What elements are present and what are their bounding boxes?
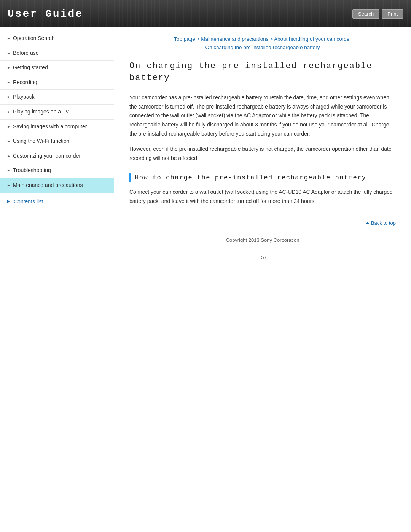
arrow-icon: ► <box>7 109 11 115</box>
app-title: User Guide <box>8 8 83 20</box>
back-to-top-label: Back to top <box>371 220 396 226</box>
breadcrumb-line2: On charging the pre-installed rechargeab… <box>206 45 320 50</box>
arrow-icon: ► <box>7 36 11 41</box>
sidebar: ► Operation Search ► Before use ► Gettin… <box>0 27 114 532</box>
sidebar-item-playback[interactable]: ► Playback <box>0 90 114 105</box>
search-button[interactable]: Search <box>352 9 379 19</box>
breadcrumb-sep1: > <box>197 36 201 42</box>
sidebar-item-label: Maintenance and precautions <box>13 182 109 189</box>
breadcrumb: Top page > Maintenance and precautions >… <box>129 35 396 51</box>
content-area: Top page > Maintenance and precautions >… <box>114 27 411 532</box>
sidebar-item-operation-search[interactable]: ► Operation Search <box>0 31 114 46</box>
sidebar-item-playing-images-tv[interactable]: ► Playing images on a TV <box>0 105 114 120</box>
sidebar-item-troubleshooting[interactable]: ► Troubleshooting <box>0 163 114 178</box>
arrow-up-icon <box>366 222 370 224</box>
sidebar-item-before-use[interactable]: ► Before use <box>0 46 114 61</box>
page-title: On charging the pre-installed rechargeab… <box>129 61 396 84</box>
sidebar-item-recording[interactable]: ► Recording <box>0 75 114 90</box>
arrow-icon: ► <box>7 51 11 56</box>
sidebar-item-label: Using the Wi-Fi function <box>13 137 109 145</box>
arrow-icon: ► <box>7 153 11 159</box>
header-actions: Search Print <box>352 9 403 19</box>
back-to-top-link[interactable]: Back to top <box>366 220 396 226</box>
section-paragraph: Connect your camcorder to a wall outlet … <box>129 188 396 206</box>
contents-list-label: Contents list <box>14 198 43 204</box>
page-number: 157 <box>129 254 396 268</box>
arrow-icon: ► <box>7 183 11 188</box>
body-paragraph-1: Your camcorder has a pre-installed recha… <box>129 93 396 139</box>
sidebar-item-label: Before use <box>13 50 109 57</box>
section-heading: How to charge the pre-installed recharge… <box>129 173 396 182</box>
sidebar-item-label: Playing images on a TV <box>13 108 109 116</box>
copyright: Copyright 2013 Sony Corporation <box>129 230 396 254</box>
breadcrumb-top-page[interactable]: Top page <box>174 36 195 42</box>
print-button[interactable]: Print <box>382 9 403 19</box>
arrow-icon: ► <box>7 124 11 129</box>
arrow-icon: ► <box>7 80 11 85</box>
sidebar-item-label: Troubleshooting <box>13 167 109 174</box>
contents-list-link[interactable]: Contents list <box>7 198 43 204</box>
arrow-icon: ► <box>7 65 11 70</box>
sidebar-item-getting-started[interactable]: ► Getting started <box>0 61 114 75</box>
sidebar-item-label: Recording <box>13 79 109 86</box>
body-paragraph-2: However, even if the pre-installed recha… <box>129 145 396 163</box>
breadcrumb-current-page[interactable]: On charging the pre-installed rechargeab… <box>206 45 320 50</box>
arrow-icon: ► <box>7 168 11 173</box>
breadcrumb-about-handling[interactable]: About handling of your camcorder <box>274 36 351 42</box>
sidebar-item-label: Getting started <box>13 64 109 72</box>
breadcrumb-line1: Top page > Maintenance and precautions >… <box>174 36 351 42</box>
breadcrumb-sep2: > <box>270 36 274 42</box>
sidebar-item-maintenance-precautions[interactable]: ► Maintenance and precautions <box>0 178 114 193</box>
sidebar-item-customizing-camcorder[interactable]: ► Customizing your camcorder <box>0 149 114 164</box>
back-to-top-row: Back to top <box>129 214 396 226</box>
arrow-icon: ► <box>7 94 11 100</box>
sidebar-item-label: Playback <box>13 93 109 101</box>
sidebar-item-using-wifi[interactable]: ► Using the Wi-Fi function <box>0 134 114 149</box>
main-layout: ► Operation Search ► Before use ► Gettin… <box>0 27 411 532</box>
arrow-icon: ► <box>7 139 11 144</box>
sidebar-footer: Contents list <box>0 193 114 210</box>
sidebar-item-label: Operation Search <box>13 35 109 42</box>
header: User Guide Search Print <box>0 0 411 27</box>
sidebar-item-saving-images-computer[interactable]: ► Saving images with a computer <box>0 120 114 134</box>
arrow-right-icon <box>7 200 10 203</box>
sidebar-item-label: Saving images with a computer <box>13 123 109 131</box>
breadcrumb-maintenance[interactable]: Maintenance and precautions <box>201 36 268 42</box>
sidebar-item-label: Customizing your camcorder <box>13 152 109 160</box>
